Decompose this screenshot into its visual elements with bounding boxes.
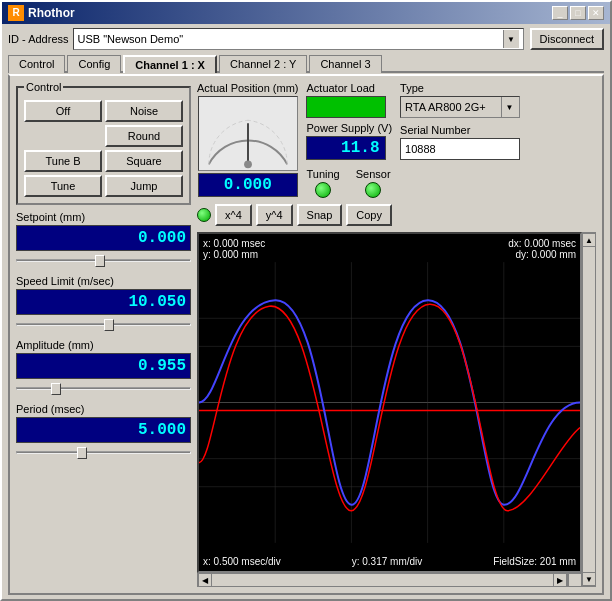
- amplitude-label: Amplitude (mm): [16, 339, 191, 351]
- scroll-up-icon[interactable]: ▲: [582, 233, 596, 247]
- tuning-indicator: Tuning: [306, 168, 339, 198]
- left-panel: Control Off Noise Round Tune B Square Tu…: [16, 82, 191, 587]
- right-panel: Actual Position (mm): [197, 82, 596, 587]
- serial-group: Serial Number 10888: [400, 124, 520, 160]
- tab-channel2y[interactable]: Channel 2 : Y: [219, 55, 307, 73]
- period-slider-track: [16, 451, 191, 454]
- y4-button[interactable]: y^4: [256, 204, 293, 226]
- app-icon: R: [8, 5, 24, 21]
- setpoint-slider[interactable]: [16, 253, 191, 269]
- off-button[interactable]: Off: [24, 100, 102, 122]
- speed-limit-display: 10.050: [16, 289, 191, 315]
- square-button[interactable]: Square: [105, 150, 183, 172]
- type-dropdown[interactable]: RTA AR800 2G+ ▼: [400, 96, 520, 118]
- speed-limit-slider[interactable]: [16, 317, 191, 333]
- serial-number-field: 10888: [400, 138, 520, 160]
- control-group-label: Control: [24, 81, 63, 93]
- power-display: 11.8: [306, 136, 386, 160]
- scroll-right-icon[interactable]: ▶: [553, 573, 567, 587]
- position-label: Actual Position (mm): [197, 82, 298, 94]
- noise-button[interactable]: Noise: [105, 100, 183, 122]
- scroll-left-icon[interactable]: ◀: [198, 573, 212, 587]
- tabs-bar: Control Config Channel 1 : X Channel 2 :…: [8, 53, 604, 73]
- dropdown-arrow-icon[interactable]: ▼: [503, 30, 519, 48]
- setpoint-slider-thumb[interactable]: [95, 255, 105, 267]
- actuator-load-group: Actuator Load: [306, 82, 392, 118]
- type-dropdown-arrow-icon[interactable]: ▼: [501, 97, 517, 117]
- window-title: Rhothor: [28, 6, 75, 20]
- serial-number-value: 10888: [405, 143, 436, 155]
- v-scrollbar[interactable]: ▲ ▼: [582, 232, 596, 587]
- position-box: Actual Position (mm): [197, 82, 298, 198]
- power-supply-group: Power Supply (V) 11.8: [306, 122, 392, 160]
- speed-limit-label: Speed Limit (m/sec): [16, 275, 191, 287]
- h-scrollbar[interactable]: ◀ ▶: [197, 573, 568, 587]
- tab-config[interactable]: Config: [67, 55, 121, 73]
- chart-container: x: 0.000 msec y: 0.000 mm dx: 0.000 msec…: [197, 232, 596, 587]
- type-group: Type RTA AR800 2G+ ▼: [400, 82, 520, 118]
- period-slider[interactable]: [16, 445, 191, 461]
- setpoint-group: Setpoint (mm) 0.000: [16, 211, 191, 269]
- tab-channel3[interactable]: Channel 3: [309, 55, 381, 73]
- type-serial-group: Type RTA AR800 2G+ ▼ Serial Number 10888: [400, 82, 520, 198]
- chart-controls: x^4 y^4 Snap Copy: [197, 204, 596, 226]
- maximize-button[interactable]: □: [570, 6, 586, 20]
- jump-button[interactable]: Jump: [105, 175, 183, 197]
- control-group: Control Off Noise Round Tune B Square Tu…: [16, 86, 191, 205]
- chart-svg: [199, 234, 580, 571]
- period-slider-thumb[interactable]: [77, 447, 87, 459]
- title-bar-left: R Rhothor: [8, 5, 75, 21]
- main-content: Control Off Noise Round Tune B Square Tu…: [8, 74, 604, 595]
- sensor-indicator: Sensor: [356, 168, 391, 198]
- svg-point-1: [244, 160, 252, 168]
- tune-button[interactable]: Tune: [24, 175, 102, 197]
- main-window: R Rhothor _ □ ✕ ID - Address USB "Newson…: [0, 0, 612, 601]
- actuator-load-label: Actuator Load: [306, 82, 392, 94]
- gauge-svg: [199, 96, 297, 170]
- id-address-value: USB "Newson Demo": [78, 33, 184, 45]
- load-power-group: Actuator Load Power Supply (V) 11.8 Tuni…: [306, 82, 392, 198]
- id-address-dropdown[interactable]: USB "Newson Demo" ▼: [73, 28, 524, 50]
- speed-limit-slider-thumb[interactable]: [104, 319, 114, 331]
- round-button[interactable]: Round: [105, 125, 183, 147]
- power-supply-label: Power Supply (V): [306, 122, 392, 134]
- v-scroll-track[interactable]: [583, 247, 595, 572]
- amplitude-group: Amplitude (mm) 0.955: [16, 339, 191, 397]
- gauge-area: [198, 96, 298, 171]
- scroll-corner: [568, 573, 582, 587]
- snap-button[interactable]: Snap: [297, 204, 343, 226]
- sensor-led: [365, 182, 381, 198]
- tune-b-button[interactable]: Tune B: [24, 150, 102, 172]
- chart-led: [197, 208, 211, 222]
- minimize-button[interactable]: _: [552, 6, 568, 20]
- copy-button[interactable]: Copy: [346, 204, 392, 226]
- top-bar: ID - Address USB "Newson Demo" ▼ Disconn…: [8, 28, 604, 50]
- speed-group: Speed Limit (m/sec) 10.050: [16, 275, 191, 333]
- amplitude-display: 0.955: [16, 353, 191, 379]
- scroll-down-icon[interactable]: ▼: [582, 572, 596, 586]
- disconnect-button[interactable]: Disconnect: [530, 28, 604, 50]
- period-display: 5.000: [16, 417, 191, 443]
- tab-channel1x[interactable]: Channel 1 : X: [123, 55, 217, 73]
- control-buttons: Off Noise Round Tune B Square Tune Jump: [24, 100, 183, 197]
- x4-button[interactable]: x^4: [215, 204, 252, 226]
- tuning-led: [315, 182, 331, 198]
- chart-column: x: 0.000 msec y: 0.000 mm dx: 0.000 msec…: [197, 232, 582, 587]
- id-address-label: ID - Address: [8, 33, 69, 45]
- close-button[interactable]: ✕: [588, 6, 604, 20]
- tuning-sensor-row: Tuning Sensor: [306, 168, 392, 198]
- type-label: Type: [400, 82, 520, 94]
- load-bar: [306, 96, 386, 118]
- period-label: Period (msec): [16, 403, 191, 415]
- amplitude-slider-thumb[interactable]: [51, 383, 61, 395]
- setpoint-label: Setpoint (mm): [16, 211, 191, 223]
- tab-control[interactable]: Control: [8, 55, 65, 73]
- sensor-label: Sensor: [356, 168, 391, 180]
- window-body: ID - Address USB "Newson Demo" ▼ Disconn…: [2, 24, 610, 599]
- chart-area[interactable]: x: 0.000 msec y: 0.000 mm dx: 0.000 msec…: [197, 232, 582, 573]
- id-address-group: ID - Address USB "Newson Demo" ▼: [8, 28, 524, 50]
- tuning-label: Tuning: [306, 168, 339, 180]
- amplitude-slider[interactable]: [16, 381, 191, 397]
- title-bar: R Rhothor _ □ ✕: [2, 2, 610, 24]
- position-readout: 0.000: [198, 173, 298, 197]
